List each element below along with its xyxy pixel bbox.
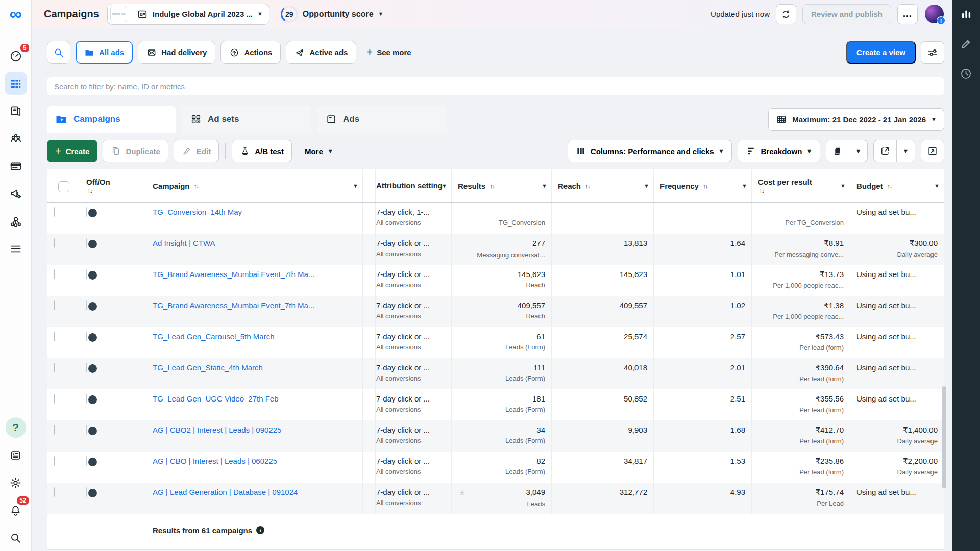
meta-logo-icon[interactable]: ∞ [9,6,21,21]
export-button[interactable] [874,140,896,162]
chevron-down-icon[interactable]: ▼ [840,183,846,189]
campaign-link[interactable]: TG_Lead Gen_Static_4th March [153,363,356,372]
settings-button[interactable] [5,471,27,494]
row-checkbox[interactable] [54,332,55,341]
row-toggle-cell [80,234,146,265]
campaign-toggle[interactable] [86,425,87,435]
row-checkbox[interactable] [54,425,55,435]
row-checkbox[interactable] [54,394,55,404]
filter-chip-all-ads[interactable]: All ads [76,41,133,64]
row-checkbox[interactable] [54,363,55,372]
table-search-input[interactable] [47,77,944,95]
export-caret-button[interactable]: ▼ [896,140,915,162]
download-icon[interactable] [458,488,467,497]
header-off-on[interactable]: Off/On↑↓ [80,169,146,202]
sidebar-item-account-overview[interactable]: 5 [5,45,27,67]
see-more-filters-button[interactable]: + See more [361,46,416,58]
tab-campaigns[interactable]: Campaigns [47,106,176,133]
insights-panel-button[interactable] [955,3,977,26]
create-a-view-button[interactable]: Create a view [846,41,916,64]
campaign-toggle[interactable] [86,300,87,310]
campaign-link[interactable]: TG_Brand Awareness_Mumbai Event_7th Ma..… [153,301,356,310]
row-checkbox[interactable] [54,456,55,466]
campaign-toggle[interactable] [86,238,87,248]
header-results[interactable]: Results↑↓ ▼ [452,169,552,202]
campaign-toggle[interactable] [86,207,87,217]
row-checkbox[interactable] [54,269,55,279]
tab-ads[interactable]: Ads [317,106,447,133]
campaign-toggle[interactable] [86,487,87,497]
header-budget[interactable]: Budget↑↓ ▼ [850,169,944,202]
chevron-down-icon[interactable]: ▼ [934,183,940,189]
calendar-icon [776,114,787,125]
campaign-link[interactable]: TG_Lead Gen_UGC Video_27th Feb [153,394,356,403]
campaign-toggle[interactable] [86,456,87,466]
date-range-selector[interactable]: Maximum: 21 Dec 2022 - 21 Jan 2026 ▼ [768,108,944,131]
chevron-down-icon[interactable]: ▼ [353,183,358,189]
row-checkbox[interactable] [54,238,55,248]
ad-account-selector[interactable]: INDULGE Indulge Global April 2023 ... ▼ [107,4,270,25]
profile-avatar[interactable]: f [925,5,944,23]
row-checkbox[interactable] [54,300,55,310]
row-checkbox[interactable] [54,207,55,217]
edit-panel-button[interactable] [955,33,977,55]
edit-button[interactable]: Edit [174,140,219,162]
chevron-down-icon[interactable]: ▼ [442,183,447,189]
campaign-toggle[interactable] [86,269,87,279]
review-and-publish-button[interactable]: Review and publish [802,4,891,24]
ab-test-button[interactable]: A/B test [232,140,292,162]
filter-chip-had-delivery[interactable]: Had delivery [138,41,215,64]
sidebar-item-business-assets[interactable] [5,210,27,233]
expand-chart-button[interactable] [921,140,944,162]
filter-chip-actions[interactable]: Actions [220,41,281,64]
campaign-link[interactable]: Ad Insight | CTWA [153,239,356,247]
more-actions-button[interactable]: More ▼ [297,140,341,162]
create-button[interactable]: + Create [47,140,97,162]
breakdown-button[interactable]: Breakdown ▼ [738,140,820,162]
notifications-button[interactable]: 52 [5,499,27,521]
refresh-button[interactable] [776,4,796,24]
sidebar-item-ads-reporting[interactable] [5,100,27,122]
duplicate-button[interactable]: Duplicate [103,140,168,162]
select-all-checkbox[interactable] [58,181,69,192]
help-button[interactable]: ? [5,416,27,439]
tab-ad-sets[interactable]: Ad sets [182,106,311,133]
reports-caret-button[interactable]: ▼ [849,140,867,162]
header-attribution[interactable]: Attribution setting ▼ [370,169,452,202]
more-options-button[interactable]: ... [897,4,918,24]
view-settings-button[interactable] [921,41,944,64]
info-icon[interactable]: i [256,526,264,534]
chevron-down-icon[interactable]: ▼ [542,183,547,189]
campaign-link[interactable]: AG | CBO2 | Interest | Leads | 090225 [153,425,356,434]
whats-new-button[interactable] [5,444,27,466]
filter-chip-active-ads[interactable]: Active ads [286,41,356,64]
campaign-link[interactable]: AG | Lead Generation | Database | 091024 [153,488,356,496]
header-reach[interactable]: Reach↑↓ ▼ [552,169,654,202]
header-cost-per-result[interactable]: Cost per result↑↓ ▼ [752,169,850,202]
history-panel-button[interactable] [955,62,977,85]
campaign-link[interactable]: TG_Conversion_14th May [153,208,356,216]
chevron-down-icon[interactable]: ▼ [742,183,747,189]
header-frequency[interactable]: Frequency↑↓ ▼ [654,169,752,202]
campaign-toggle[interactable] [86,394,87,404]
reports-button[interactable] [826,140,849,162]
sidebar-item-audiences[interactable] [5,128,27,150]
campaign-link[interactable]: TG_Lead Gen_Carousel_5th March [153,332,356,341]
opportunity-score-dropdown[interactable]: 29 Opportunity score ▼ [281,6,384,23]
sidebar-item-ads-manager-settings[interactable] [5,183,27,205]
campaign-cell: AG | CBO2 | Interest | Leads | 090225 [146,420,363,452]
sidebar-item-all-tools[interactable] [5,238,27,260]
sidebar-item-campaigns[interactable] [5,72,27,95]
campaign-link[interactable]: AG | CBO | Interest | Leads | 060225 [153,457,356,465]
row-checkbox[interactable] [54,487,55,497]
vertical-scrollbar-thumb[interactable] [942,386,946,488]
campaign-link[interactable]: TG_Brand Awareness_Mumbai Event_7th Ma..… [153,270,356,279]
campaign-toggle[interactable] [86,332,87,341]
campaign-toggle[interactable] [86,363,87,372]
chevron-down-icon[interactable]: ▼ [644,183,649,189]
header-campaign[interactable]: Campaign↑↓ ▼ [146,169,363,202]
global-search-button[interactable] [5,527,27,549]
sidebar-item-billing[interactable] [5,155,27,178]
filter-search-button[interactable] [47,41,70,64]
columns-selector-button[interactable]: Columns: Performance and clicks ▼ [568,140,732,162]
